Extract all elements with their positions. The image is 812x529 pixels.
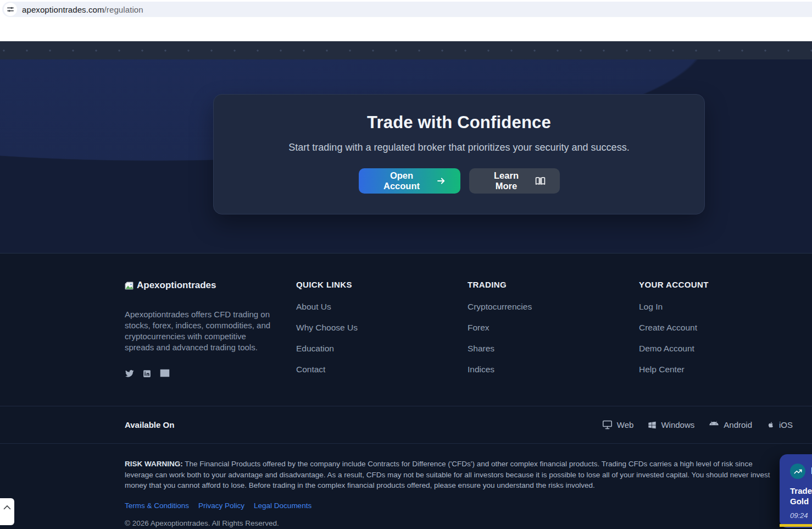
android-icon [709,421,719,429]
platform-list: Web Windows Android [602,420,793,429]
notification-line2: Gold [790,496,812,506]
footer-link-shares[interactable]: Shares [468,344,639,354]
cta-card: Trade with Confidence Start trading with… [213,94,705,214]
footer-column-trading: TRADING Cryptocurrencies Forex Shares In… [468,280,639,406]
legal-section: RISK WARNING: The Financial Products off… [125,444,793,527]
open-account-label: Open Account [373,170,431,191]
footer-link-cryptocurrencies[interactable]: Cryptocurrencies [468,302,639,312]
url-domain: apexoptiontrades.com [22,5,104,14]
footer-link-why-choose-us[interactable]: Why Choose Us [296,323,468,333]
footer-link-contact[interactable]: Contact [296,365,468,374]
footer-link-indices[interactable]: Indices [468,365,639,374]
footer-link-forex[interactable]: Forex [468,323,639,333]
platform-ios[interactable]: iOS [766,420,793,429]
twitter-icon[interactable] [125,369,134,378]
footer-link-demo-account[interactable]: Demo Account [639,344,793,354]
url-field[interactable]: apexoptiontrades.com/regulation [2,2,812,17]
terms-conditions-link[interactable]: Terms & Conditions [125,502,189,510]
footer-link-help-center[interactable]: Help Center [639,365,793,374]
scroll-top-button[interactable] [0,498,14,525]
privacy-policy-link[interactable]: Privacy Policy [198,502,244,510]
platform-label: Android [724,420,752,429]
footer-column-your-account: YOUR ACCOUNT Log In Create Account Demo … [639,280,793,406]
decorative-dotted-strip [0,41,812,59]
learn-more-button[interactable]: Learn More [469,168,560,194]
email-icon[interactable] [160,369,170,378]
available-on-bar: Available On Web Windows [125,406,793,443]
logo-text: Apexoptiontrades [137,280,216,291]
url-text: apexoptiontrades.com/regulation [22,5,143,14]
platform-web[interactable]: Web [602,420,634,429]
book-open-icon [535,176,546,186]
column-heading: YOUR ACCOUNT [639,280,793,289]
chevron-up-icon [3,505,11,525]
platform-label: iOS [779,420,793,429]
cta-buttons: Open Account Learn More [214,168,704,194]
browser-window: apexoptiontrades.com/regulation Trade wi… [0,0,812,529]
open-account-button[interactable]: Open Account [359,168,460,194]
footer-link-create-account[interactable]: Create Account [639,323,793,333]
social-links [125,369,296,378]
site-settings-icon[interactable] [4,3,17,16]
platform-android[interactable]: Android [709,420,752,429]
legal-documents-link[interactable]: Legal Documents [254,502,312,510]
cta-title: Trade with Confidence [214,113,704,133]
risk-warning: RISK WARNING: The Financial Products off… [125,459,780,491]
column-heading: QUICK LINKS [296,280,468,289]
notification-line1: Trader [790,486,812,496]
legal-links: Terms & Conditions Privacy Policy Legal … [125,502,793,510]
footer-link-education[interactable]: Education [296,344,468,354]
platform-windows[interactable]: Windows [648,420,694,429]
footer-columns: Apexoptiontrades Apexoptiontrades offers… [125,254,793,406]
linkedin-icon[interactable] [142,369,152,378]
risk-warning-label: RISK WARNING: [125,460,183,468]
available-on-label: Available On [125,420,174,429]
footer-brand-column: Apexoptiontrades Apexoptiontrades offers… [125,280,296,406]
footer-logo: Apexoptiontrades [125,280,296,291]
notification-progress-bar [780,524,812,527]
page-header-blank [0,18,812,41]
footer-column-quick-links: QUICK LINKS About Us Why Choose Us Educa… [296,280,468,406]
learn-more-label: Learn More [483,170,530,191]
notification-header: L [790,464,812,479]
brand-description: Apexoptiontrades offers CFD trading on s… [125,309,273,353]
cta-subtitle: Start trading with a regulated broker th… [214,142,704,153]
risk-warning-text: The Financial Products offered by the co… [125,460,770,489]
windows-icon [648,421,657,429]
broken-image-icon [125,282,134,290]
footer: Apexoptiontrades Apexoptiontrades offers… [0,253,812,529]
url-path: /regulation [104,5,143,14]
apple-icon [766,420,775,429]
copyright-text: © 2026 Apexoptiontrades. All Rights Rese… [125,519,793,527]
footer-link-log-in[interactable]: Log In [639,302,793,312]
trending-up-icon [790,464,805,479]
monitor-icon [602,420,613,429]
footer-link-about-us[interactable]: About Us [296,302,468,312]
column-heading: TRADING [468,280,639,289]
platform-label: Web [617,420,634,429]
notification-time: 09:24 [790,511,812,520]
arrow-right-icon [436,176,446,186]
platform-label: Windows [661,420,694,429]
trade-notification-popup[interactable]: L Trader Gold 09:24 [780,454,812,528]
cta-section: Trade with Confidence Start trading with… [0,59,812,253]
browser-url-bar: apexoptiontrades.com/regulation [0,0,812,18]
